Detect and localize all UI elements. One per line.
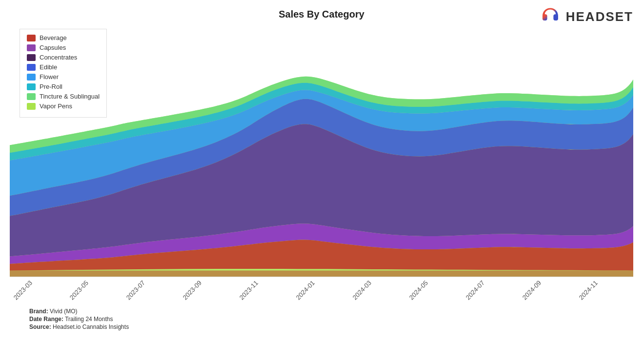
footer-source: Source: Headset.io Cannabis Insights xyxy=(29,324,614,330)
legend-item-preroll: Pre-Roll xyxy=(27,83,100,90)
legend-color-tincture xyxy=(27,93,36,100)
page: Sales By Category HEADSET xyxy=(0,0,643,364)
legend-color-vaporpens xyxy=(27,103,36,110)
legend-label-beverage: Beverage xyxy=(40,34,67,41)
footer-brand: Brand: Vivid (MO) xyxy=(29,308,614,315)
legend-item-beverage: Beverage xyxy=(27,34,100,41)
footer-brand-label: Brand: xyxy=(29,308,48,315)
svg-text:2024-07: 2024-07 xyxy=(464,279,486,302)
svg-text:2024-11: 2024-11 xyxy=(578,279,599,302)
legend-label-concentrates: Concentrates xyxy=(40,54,77,61)
footer-source-label: Source: xyxy=(29,324,51,330)
footer-source-value: Headset.io Cannabis Insights xyxy=(53,324,129,330)
footer-date-range: Date Range: Trailing 24 Months xyxy=(29,316,614,323)
legend-label-capsules: Capsules xyxy=(40,44,66,51)
legend-item-flower: Flower xyxy=(27,73,100,81)
legend-label-flower: Flower xyxy=(40,73,59,81)
legend-item-concentrates: Concentrates xyxy=(27,54,100,61)
footer-date-range-label: Date Range: xyxy=(29,316,63,323)
svg-text:2023-09: 2023-09 xyxy=(181,279,203,302)
svg-text:2024-01: 2024-01 xyxy=(295,279,316,302)
legend-color-flower xyxy=(27,74,36,81)
legend-label-edible: Edible xyxy=(40,63,57,71)
svg-text:2023-07: 2023-07 xyxy=(125,279,146,302)
footer-brand-value: Vivid (MO) xyxy=(50,308,77,315)
svg-text:2023-05: 2023-05 xyxy=(68,279,90,302)
svg-text:2024-09: 2024-09 xyxy=(521,279,543,302)
header: Sales By Category HEADSET xyxy=(0,0,643,24)
chart-title: Sales By Category xyxy=(279,9,364,20)
svg-text:2024-03: 2024-03 xyxy=(351,279,373,302)
legend-color-concentrates xyxy=(27,54,36,61)
svg-text:2023-03: 2023-03 xyxy=(12,279,34,302)
legend-label-preroll: Pre-Roll xyxy=(40,83,62,90)
legend-color-capsules xyxy=(27,44,36,51)
legend-label-vaporpens: Vapor Pens xyxy=(40,102,72,110)
legend-item-tincture: Tincture & Sublingual xyxy=(27,93,100,100)
svg-rect-3 xyxy=(10,270,633,276)
legend-color-preroll xyxy=(27,83,36,90)
legend-color-beverage xyxy=(27,35,36,41)
legend-label-tincture: Tincture & Sublingual xyxy=(40,93,100,100)
svg-text:2024-05: 2024-05 xyxy=(408,279,429,302)
svg-text:2023-11: 2023-11 xyxy=(238,279,260,302)
chart-container: Beverage Capsules Concentrates Edible Fl… xyxy=(10,24,633,307)
footer: Brand: Vivid (MO) Date Range: Trailing 2… xyxy=(0,307,643,332)
footer-date-range-value: Trailing 24 Months xyxy=(65,316,113,323)
legend: Beverage Capsules Concentrates Edible Fl… xyxy=(20,29,107,118)
legend-color-edible xyxy=(27,64,36,71)
legend-item-edible: Edible xyxy=(27,63,100,71)
logo-text: HEADSET xyxy=(566,9,633,24)
legend-item-vaporpens: Vapor Pens xyxy=(27,102,100,110)
legend-item-capsules: Capsules xyxy=(27,44,100,51)
